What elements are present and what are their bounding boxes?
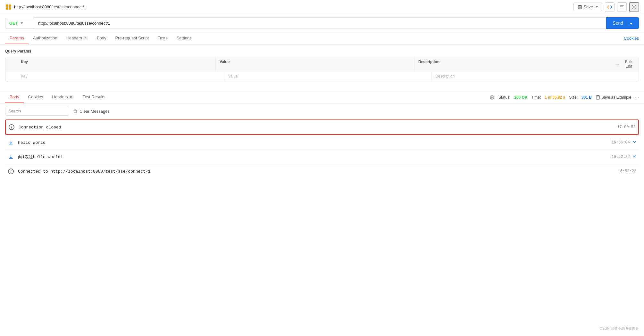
search-input[interactable] bbox=[5, 107, 69, 116]
message-download-icon-2 bbox=[8, 154, 14, 160]
params-table-header: Key Value Description ··· Bulk Edit bbox=[5, 57, 639, 71]
tab-authorization[interactable]: Authorization bbox=[29, 32, 62, 44]
messages-toolbar: Clear Messages bbox=[0, 103, 644, 119]
params-row-desc[interactable]: Description bbox=[431, 71, 639, 81]
svg-rect-6 bbox=[579, 7, 581, 9]
save-example-icon bbox=[596, 95, 600, 100]
save-example-label: Save as Example bbox=[601, 95, 631, 100]
query-params-title: Query Params bbox=[5, 49, 639, 53]
save-icon bbox=[578, 5, 582, 9]
status-code: 200 OK bbox=[514, 95, 527, 100]
params-row-check bbox=[5, 71, 17, 81]
status-label: Status: bbox=[498, 95, 510, 100]
message-text-send-hello-world1: 向1发送hello world1 bbox=[18, 154, 611, 160]
tab-prerequest[interactable]: Pre-request Script bbox=[111, 32, 154, 44]
svg-rect-9 bbox=[620, 8, 624, 8]
bottom-section: Body Cookies Headers8 Test Results Statu… bbox=[0, 91, 644, 178]
top-bar-actions: Save bbox=[573, 2, 639, 12]
params-desc-col-header: Description bbox=[414, 57, 613, 71]
params-row-key[interactable]: Key bbox=[17, 71, 224, 81]
request-tabs-bar: Params Authorization Headers7 Body Pre-r… bbox=[0, 32, 644, 45]
params-row-value[interactable]: Value bbox=[224, 71, 432, 81]
cookies-link[interactable]: Cookies bbox=[624, 36, 639, 41]
top-bar-url: http://localhost:8080/test/sse/connect/1 bbox=[14, 4, 573, 9]
clear-messages-button[interactable]: Clear Messages bbox=[73, 109, 110, 114]
message-item-connected[interactable]: i Connected to http://localhost:8080/tes… bbox=[5, 164, 639, 178]
message-item-send-hello-world1[interactable]: 向1发送hello world1 16:52:22 bbox=[5, 150, 639, 164]
ellipsis-icon: ··· bbox=[615, 62, 619, 67]
expand-hello-world[interactable] bbox=[632, 140, 636, 145]
params-bulk-edit-col: ··· Bulk Edit bbox=[613, 57, 639, 71]
app-icon bbox=[5, 4, 12, 10]
size-label: Size: bbox=[569, 95, 578, 100]
save-button[interactable]: Save bbox=[573, 3, 602, 11]
params-check-col-header bbox=[5, 57, 17, 71]
svg-rect-8 bbox=[620, 6, 623, 7]
method-select[interactable]: GET bbox=[5, 18, 34, 29]
message-info-icon: i bbox=[8, 124, 15, 130]
time-label: Time: bbox=[531, 95, 541, 100]
message-text-connected: Connected to http://localhost:8080/test/… bbox=[18, 169, 618, 174]
more-options-button[interactable]: ··· bbox=[635, 95, 639, 100]
send-button[interactable]: Send bbox=[606, 17, 639, 29]
params-table: Key Value Description ··· Bulk Edit Key … bbox=[5, 57, 639, 81]
text-view-button[interactable] bbox=[617, 2, 627, 12]
send-chevron-icon bbox=[630, 23, 632, 25]
response-tabs-bar: Body Cookies Headers8 Test Results Statu… bbox=[0, 91, 644, 103]
method-dropdown-arrow bbox=[21, 22, 23, 24]
svg-rect-7 bbox=[620, 5, 624, 6]
response-status-bar: Status: 200 OK Time: 1 m 55.92 s Size: 3… bbox=[489, 95, 639, 100]
trash-icon bbox=[73, 109, 78, 113]
send-dropdown-arrow[interactable] bbox=[626, 20, 632, 26]
settings-icon bbox=[631, 4, 637, 10]
settings-button[interactable] bbox=[629, 2, 639, 12]
response-tab-test-results[interactable]: Test Results bbox=[78, 91, 110, 103]
tab-settings[interactable]: Settings bbox=[172, 32, 196, 44]
save-dropdown-arrow bbox=[596, 6, 598, 8]
response-tab-headers[interactable]: Headers8 bbox=[48, 91, 78, 103]
params-value-col-header: Value bbox=[216, 57, 414, 71]
message-info-icon-2: i bbox=[8, 168, 14, 175]
svg-rect-5 bbox=[579, 5, 581, 6]
method-label: GET bbox=[9, 21, 18, 26]
save-as-example-button[interactable]: Save as Example bbox=[596, 95, 631, 100]
params-table-row: Key Value Description bbox=[5, 71, 639, 81]
expand-send-hello-world1[interactable] bbox=[632, 154, 636, 160]
params-key-col-header: Key bbox=[17, 57, 216, 71]
request-bar: GET Send bbox=[0, 14, 644, 32]
message-text-hello-world: hello world bbox=[18, 140, 611, 145]
message-text-connection-closed: Connection closed bbox=[19, 125, 617, 130]
svg-rect-3 bbox=[9, 7, 11, 10]
response-tab-body[interactable]: Body bbox=[5, 91, 24, 103]
message-time-hello-world: 16:56:04 bbox=[611, 140, 630, 145]
globe-icon bbox=[489, 95, 495, 100]
clear-messages-label: Clear Messages bbox=[79, 109, 110, 114]
message-item-hello-world[interactable]: hello world 16:56:04 bbox=[5, 135, 639, 150]
svg-rect-16 bbox=[74, 110, 77, 113]
message-time-connected: 16:52:22 bbox=[618, 169, 636, 174]
bulk-edit-button[interactable]: Bulk Edit bbox=[622, 60, 636, 69]
message-list: i Connection closed 17:00:53 hello world… bbox=[0, 119, 644, 178]
url-input[interactable] bbox=[34, 17, 606, 29]
message-time-connection-closed: 17:00:53 bbox=[617, 125, 636, 129]
svg-rect-15 bbox=[597, 95, 599, 96]
status-time: 1 m 55.92 s bbox=[545, 95, 565, 100]
message-time-send-hello-world1: 16:52:22 bbox=[611, 155, 630, 159]
code-view-button[interactable] bbox=[605, 2, 615, 12]
message-item-connection-closed[interactable]: i Connection closed 17:00:53 bbox=[5, 119, 639, 135]
tab-headers[interactable]: Headers7 bbox=[62, 32, 92, 44]
query-params-section: Query Params Key Value Description ··· B… bbox=[0, 45, 644, 86]
status-size: 301 B bbox=[581, 95, 592, 100]
tab-body[interactable]: Body bbox=[92, 32, 111, 44]
watermark: CSDN @谁不想飞舞青春 bbox=[600, 326, 639, 331]
response-tab-cookies[interactable]: Cookies bbox=[24, 91, 48, 103]
tab-tests[interactable]: Tests bbox=[153, 32, 172, 44]
response-headers-badge: 8 bbox=[69, 95, 74, 99]
svg-rect-0 bbox=[6, 4, 8, 7]
text-icon bbox=[619, 4, 624, 10]
top-bar: http://localhost:8080/test/sse/connect/1… bbox=[0, 0, 644, 14]
tab-params[interactable]: Params bbox=[5, 32, 29, 44]
svg-rect-2 bbox=[6, 7, 8, 10]
message-download-icon-1 bbox=[8, 139, 14, 146]
svg-point-10 bbox=[633, 6, 635, 8]
